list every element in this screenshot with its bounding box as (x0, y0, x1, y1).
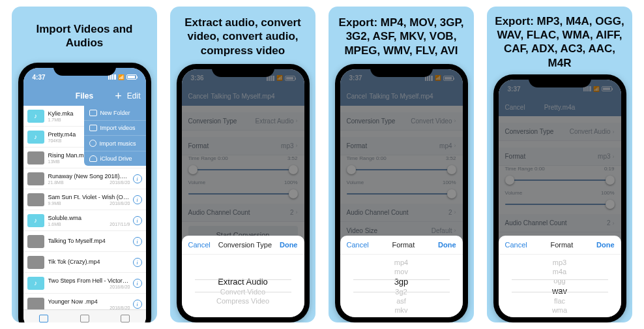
info-icon[interactable]: i (133, 237, 142, 246)
picker-wheel[interactable]: mp3 m4a ogg wav flac wma (499, 255, 621, 317)
menu-new-folder[interactable]: New Folder (84, 106, 146, 121)
info-icon[interactable]: i (133, 174, 142, 183)
tab-settings[interactable]: Settings (105, 310, 146, 322)
caption-4: Export: MP3, M4A, OGG, WAV, FLAC, WMA, A… (487, 7, 632, 74)
phone-2: 3:36 📶 Cancel Talking To Myself.mp4 Conv… (177, 64, 310, 322)
screen-convert-video: 3:37 📶 Cancel Talking To Myself.mp4 Conv… (340, 69, 463, 317)
sheet-done[interactable]: Done (596, 241, 615, 249)
file-name: Runaway (New Song 2018).mp4 (48, 173, 130, 180)
notch (212, 64, 274, 77)
panel-4: Export: MP3, M4A, OGG, WAV, FLAC, WMA, A… (487, 7, 632, 322)
audio-thumb-icon: ♪ (27, 110, 44, 123)
file-meta: 1.6MB2017/11/9 (48, 222, 130, 227)
file-list[interactable]: New Folder Import videos Import musics i… (23, 106, 146, 309)
caption-3: Export: MP4, MOV, 3GP, 3G2, ASF, MKV, VO… (329, 7, 474, 64)
notch (370, 64, 433, 77)
sheet-title: Conversion Type (218, 241, 272, 249)
file-row[interactable]: Tik Tok (Crazy).mp4i (23, 252, 146, 273)
menu-icloud[interactable]: iCloud Drive (84, 151, 146, 166)
notch (529, 74, 591, 87)
picker-wheel[interactable]: Extract Audio Convert Video Compress Vid… (182, 255, 304, 317)
cloud-icon (89, 155, 97, 162)
file-meta: 2018/8/20 (48, 285, 130, 289)
tab-transfer[interactable]: Transfer (64, 310, 105, 322)
music-icon (89, 140, 96, 147)
sheet-title: Format (550, 241, 573, 249)
wifi-icon: 📶 (118, 74, 124, 80)
sheet-cancel[interactable]: Cancel (505, 241, 527, 249)
video-thumb-icon (27, 256, 44, 269)
info-icon[interactable]: i (133, 195, 142, 204)
add-menu: New Folder Import videos Import musics i… (84, 106, 146, 166)
file-meta: 21.8MB2018/8/20 (48, 180, 130, 185)
notch (53, 63, 116, 76)
video-thumb-icon (27, 193, 44, 206)
video-thumb-icon (27, 235, 44, 248)
phone-3: 3:37 📶 Cancel Talking To Myself.mp4 Conv… (335, 64, 468, 322)
video-icon (89, 125, 97, 131)
edit-button[interactable]: Edit (127, 91, 141, 101)
transfer-icon (80, 315, 89, 322)
file-name: Talking To Myself.mp4 (48, 238, 130, 244)
file-name: Tik Tok (Crazy).mp4 (48, 258, 130, 265)
sheet-title: Format (392, 241, 415, 249)
picker-sheet: Cancel Conversion Type Done Extract Audi… (182, 236, 304, 317)
picker-sheet: Cancel Format Done mp4 mov 3gp 3g2 asf m… (340, 236, 463, 317)
files-icon (39, 315, 48, 322)
video-thumb-icon (27, 151, 44, 164)
sheet-cancel[interactable]: Cancel (347, 241, 369, 249)
file-row[interactable]: Sam Sun Ft. Violet - Wish (Oh No).mp49.9… (23, 189, 146, 210)
add-button[interactable]: + (115, 90, 122, 102)
file-name: Sam Sun Ft. Violet - Wish (Oh No).mp4 (48, 194, 130, 200)
navbar-files: Files + Edit (23, 86, 146, 106)
picker-sheet: Cancel Format Done mp3 m4a ogg wav flac … (499, 236, 621, 317)
caption-1: Import Videos and Audios (12, 7, 157, 63)
audio-thumb-icon: ♪ (27, 214, 44, 227)
panel-2: Extract audio, convert video, convert au… (170, 7, 315, 322)
picker-wheel[interactable]: mp4 mov 3gp 3g2 asf mkv (340, 255, 463, 317)
file-meta: 9.9MB2018/8/20 (48, 201, 130, 206)
file-row[interactable]: ♪Two Steps From Hell - Victory.mp32018/8… (23, 273, 146, 294)
phone-1: 4:37 📶 Files + Edit (18, 63, 151, 322)
info-icon[interactable]: i (133, 279, 142, 288)
info-icon[interactable]: i (133, 300, 142, 309)
folder-icon (89, 110, 97, 116)
info-icon[interactable]: i (133, 216, 142, 225)
info-icon[interactable]: i (133, 258, 142, 267)
audio-thumb-icon: ♪ (27, 277, 44, 290)
file-name: Soluble.wma (48, 215, 130, 221)
file-row[interactable]: Younger Now .mp42018/8/20i (23, 294, 146, 309)
menu-import-videos[interactable]: Import videos (84, 121, 146, 136)
phone-4: 3:37 📶 Cancel Pretty.m4a Conversion Type… (493, 74, 626, 322)
tab-files[interactable]: Files (23, 310, 65, 322)
video-thumb-icon (27, 298, 44, 310)
menu-import-musics[interactable]: Import musics (84, 136, 146, 151)
file-row[interactable]: ♪Soluble.wma1.6MB2017/11/9i (23, 210, 146, 231)
status-time: 4:37 (33, 74, 46, 81)
caption-2: Extract audio, convert video, convert au… (170, 7, 315, 64)
panel-3: Export: MP4, MOV, 3GP, 3G2, ASF, MKV, VO… (329, 7, 474, 322)
panel-1: Import Videos and Audios 4:37 📶 Files + (12, 7, 157, 322)
screen-files: 4:37 📶 Files + Edit (23, 68, 146, 322)
sheet-done[interactable]: Done (280, 241, 298, 249)
sheet-cancel[interactable]: Cancel (188, 241, 211, 249)
tab-bar: Files Transfer Settings (23, 309, 146, 322)
gear-icon (121, 315, 130, 322)
screenshot-gallery: Import Videos and Audios 4:37 📶 Files + (0, 0, 644, 329)
battery-icon (126, 74, 137, 80)
screen-extract: 3:36 📶 Cancel Talking To Myself.mp4 Conv… (182, 69, 304, 317)
audio-thumb-icon: ♪ (27, 131, 44, 144)
file-name: Two Steps From Hell - Victory.mp3 (48, 277, 130, 284)
file-row[interactable]: Talking To Myself.mp4i (23, 231, 146, 252)
file-name: Younger Now .mp4 (48, 298, 130, 305)
status-icons: 📶 (108, 74, 137, 80)
screen-convert-audio: 3:37 📶 Cancel Pretty.m4a Conversion Type… (499, 80, 621, 317)
sheet-done[interactable]: Done (438, 241, 456, 249)
video-thumb-icon (27, 172, 44, 185)
file-row[interactable]: Runaway (New Song 2018).mp421.8MB2018/8/… (23, 168, 146, 189)
